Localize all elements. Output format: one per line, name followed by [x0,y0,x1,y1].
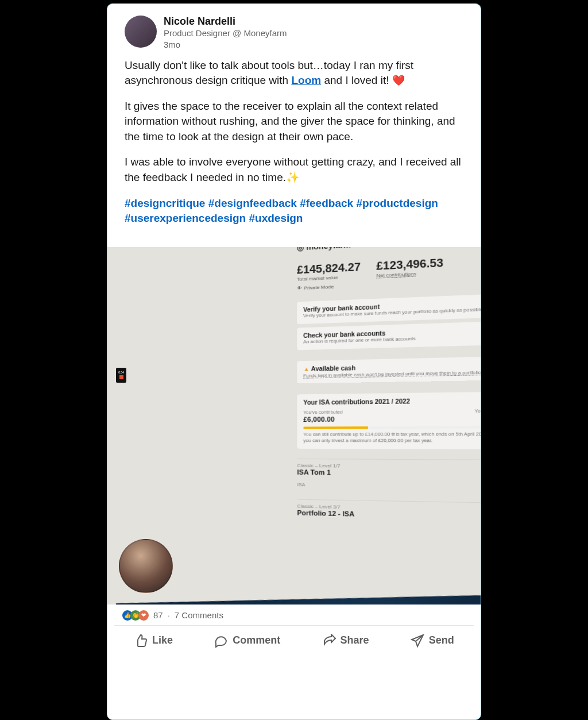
hashtag[interactable]: #userexperiencedesign [125,212,246,224]
metric-total-market-value: £145,824.27 Total market value [297,261,361,282]
portfolio-row-2: Classic – Level 3/7 Portfolio 12 - ISA –… [297,499,481,521]
author-subtitle: Product Designer @ Moneyfarm [164,28,287,39]
verify-panel: Verify your bank account Verify your acc… [297,292,481,324]
loom-recorder: 0:54 [116,368,126,383]
post-paragraph-1: Usually don't like to talk about tools b… [125,58,463,88]
isa-progress-bar [303,426,481,429]
hashtag[interactable]: #designfeedback [208,197,297,209]
hashtag[interactable]: #feedback [300,197,353,209]
post-paragraph-3: I was able to involve everyone without g… [125,155,463,185]
loom-link[interactable]: Loom [291,74,321,86]
comment-button[interactable]: Comment [214,634,280,648]
eye-icon: 👁 [297,286,302,291]
metric-net-contributions: £123,496.53 Net contributions [376,256,443,278]
hashtag[interactable]: #productdesign [356,197,438,209]
warning-icon: ▲ [303,365,310,372]
post-paragraph-2: It gives the space to the receiver to ex… [125,99,463,145]
hashtag[interactable]: #uxdesign [249,212,303,224]
heart-emoji: ❤️ [392,75,405,86]
isa-panel: Your ISA contributions 2021 / 2022 You'v… [297,391,481,449]
love-reaction-icon: ❤ [138,610,149,621]
loom-presenter-avatar [119,539,173,593]
post-media[interactable]: Restric.ts Storybook MF DS Text Inbox Ca… [107,247,481,605]
portfolio-row-1: Classic – Level 1/7 ISA Tom 1 ISA ▲ 34.1… [297,458,481,492]
stop-icon [119,375,123,379]
author-name[interactable]: Nicole Nardelli [164,16,287,28]
share-button[interactable]: Share [322,634,369,648]
author-block: Nicole Nardelli Product Designer @ Money… [164,16,287,51]
reaction-icons[interactable]: 👍 👏 ❤ [125,610,149,621]
author-avatar[interactable] [125,16,157,48]
post-card: Nicole Nardelli Product Designer @ Money… [107,3,481,720]
brand-logo: ◎ moneyfarm [297,247,481,252]
post-time: 3mo [164,39,287,51]
metrics-row: £145,824.27 Total market value £123,496.… [297,252,481,282]
post-header: Nicole Nardelli Product Designer @ Money… [107,4,481,57]
hashtag[interactable]: #designcritique [125,197,205,209]
engagement-row: 👍 👏 ❤ 87 · 7 Comments [114,605,474,626]
like-button[interactable]: Like [134,634,173,648]
post-hashtags: #designcritique #designfeedback #feedbac… [125,196,463,226]
post-body: Usually don't like to talk about tools b… [107,57,481,247]
reaction-count[interactable]: 87 [153,610,163,620]
dashboard: ◎ moneyfarm £145,824.27 Total market val… [297,247,481,521]
share-arrow-icon [322,634,336,648]
comments-count[interactable]: 7 Comments [175,610,223,620]
paper-plane-icon [411,634,424,648]
check-panel: Check your bank accounts An action is re… [297,320,481,350]
thumbs-up-icon [134,634,148,648]
keyboard-stripe [116,593,481,605]
send-button[interactable]: Send [411,634,454,648]
action-bar: Like Comment Share Send [107,626,481,659]
logo-icon: ◎ [297,247,304,252]
available-cash-panel: ▲ Available cash £13,873.05 Funds kept i… [297,355,481,383]
speech-bubble-icon [214,634,228,648]
